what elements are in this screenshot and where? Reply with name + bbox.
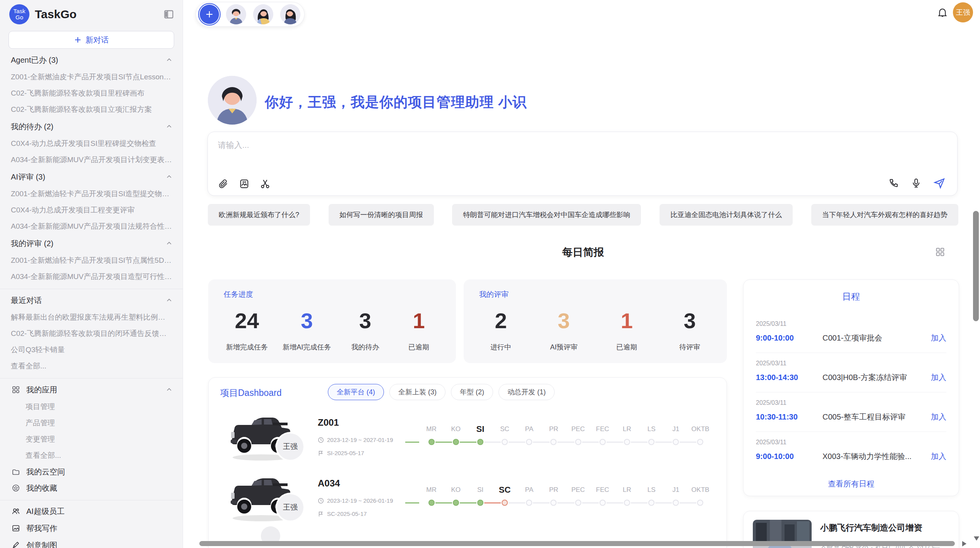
attach-icon[interactable] xyxy=(218,178,229,189)
milestone-label: SI xyxy=(468,483,492,497)
recent-chat-item[interactable]: C02-飞腾新能源轻客改款项目的闭环通告反馈情况 xyxy=(0,325,183,342)
milestone-pa[interactable]: PA xyxy=(517,423,541,450)
project-row[interactable]: 王强 Z001 2023-12-19 ~ 2027-01-19 SI-2025-… xyxy=(209,405,726,466)
milestone-fec[interactable]: FEC xyxy=(590,483,615,510)
milestone-ko[interactable]: KO xyxy=(444,423,468,450)
new-chat-button[interactable]: 新对话 xyxy=(9,31,174,49)
milestone-fec[interactable]: FEC xyxy=(590,423,615,450)
conversation-item[interactable]: A034-全新新能源MUV产品开发项目法规符合性评审 xyxy=(0,218,183,235)
favorites-label: 我的收藏 xyxy=(26,483,173,493)
milestone-si[interactable]: SI xyxy=(468,483,492,510)
tab-new-body[interactable]: 全新上装 (3) xyxy=(389,384,445,400)
milestone-si[interactable]: SI xyxy=(468,423,492,450)
conversation-item[interactable]: Z001-全新燃油轻卡产品开发项目SI造型提交物评审 xyxy=(0,186,183,202)
vertical-scrollbar[interactable] xyxy=(973,211,979,321)
phone-icon[interactable] xyxy=(888,178,899,188)
tab-year-model[interactable]: 年型 (2) xyxy=(451,384,493,400)
sidebar-header: Task Go TaskGo xyxy=(0,0,183,29)
join-link[interactable]: 加入 xyxy=(931,333,946,343)
milestone-ko[interactable]: KO xyxy=(444,483,468,510)
milestone-mr[interactable]: MR xyxy=(419,483,444,510)
section-title: Agent已办 (3) xyxy=(11,55,166,65)
view-all-schedule-link[interactable]: 查看所有日程 xyxy=(744,479,959,489)
recent-chat-item[interactable]: 公司Q3轻卡销量 xyxy=(0,342,183,358)
section-header-recent-chats[interactable]: 最近对话 xyxy=(0,291,183,309)
new-session-button[interactable] xyxy=(200,5,219,24)
image-icon[interactable] xyxy=(239,178,250,189)
briefing-layout-icon[interactable] xyxy=(935,247,945,257)
conversation-item[interactable]: C02-飞腾新能源轻客改款项目立项汇报方案 xyxy=(0,101,183,118)
join-link[interactable]: 加入 xyxy=(931,412,946,422)
sidebar-item-ai-staff[interactable]: AI超级员工 xyxy=(0,503,183,520)
app-item-change-mgmt[interactable]: 变更管理 xyxy=(0,431,183,447)
milestone-j1[interactable]: J1 xyxy=(664,423,688,450)
app-item-project-mgmt[interactable]: 项目管理 xyxy=(0,399,183,415)
join-link[interactable]: 加入 xyxy=(931,451,946,462)
conversation-item[interactable]: C0X4-动力总成开发项目工程变更评审 xyxy=(0,202,183,218)
sidebar-item-creative-draw[interactable]: 创意制图 xyxy=(0,537,183,548)
tab-powertrain[interactable]: 动总开发 (1) xyxy=(499,384,555,400)
chat-input[interactable] xyxy=(218,140,946,167)
suggestion-chip[interactable]: 比亚迪全固态电池计划具体说了什么 xyxy=(660,204,793,226)
mic-icon[interactable] xyxy=(911,178,922,188)
milestone-sc[interactable]: SC xyxy=(493,483,517,510)
notification-bell-icon[interactable] xyxy=(937,7,948,18)
app-item-product-mgmt[interactable]: 产品管理 xyxy=(0,415,183,431)
milestone-ls[interactable]: LS xyxy=(639,423,664,450)
milestone-pa[interactable]: PA xyxy=(517,483,541,510)
section-header-ai-review[interactable]: AI评审 (3) xyxy=(0,168,183,186)
suggestion-chip[interactable]: 欧洲新规最近颁布了什么? xyxy=(208,204,310,226)
conversation-item[interactable]: C02-飞腾新能源轻客改款项目里程碑画布 xyxy=(0,85,183,101)
milestone-pec[interactable]: PEC xyxy=(566,483,590,510)
tab-new-platform[interactable]: 全新平台 (4) xyxy=(328,384,384,400)
app-title: TaskGo xyxy=(35,8,163,21)
milestone-ls[interactable]: LS xyxy=(639,483,664,510)
milestone-j1[interactable]: J1 xyxy=(664,483,688,510)
milestone-oktb[interactable]: OKTB xyxy=(688,483,713,510)
milestone-dot xyxy=(526,439,532,445)
conversation-item[interactable]: Z001-全新燃油轻卡产品开发项目SI节点属性5D文件评审 xyxy=(0,252,183,269)
suggestion-chip[interactable]: 特朗普可能对进口汽车增税会对中国车企造成哪些影响 xyxy=(452,204,641,226)
stat-my-todo: 3 我的待办 xyxy=(346,308,385,352)
suggestion-chip[interactable]: 当下年轻人对汽车外观有怎样的喜好趋势 xyxy=(811,204,958,226)
milestone-track: MRKOSISCPAPRPECFECLRLSJ1OKTB xyxy=(405,423,713,450)
send-icon[interactable] xyxy=(933,177,946,189)
conversation-item[interactable]: C0X4-动力总成开发项目SI里程碑提交物检查 xyxy=(0,135,183,152)
scroll-down-arrow[interactable] xyxy=(974,536,979,541)
user-avatar[interactable]: 王强 xyxy=(953,2,973,22)
recent-view-all[interactable]: 查看全部... xyxy=(0,358,183,374)
sidebar-collapse-icon[interactable] xyxy=(163,9,174,20)
section-header-my-todo[interactable]: 我的待办 (2) xyxy=(0,118,183,135)
milestone-lr[interactable]: LR xyxy=(615,483,639,510)
scissors-icon[interactable] xyxy=(260,178,271,189)
sidebar-item-favorites[interactable]: 我的收藏 xyxy=(0,480,183,496)
milestone-dot xyxy=(550,500,557,506)
sidebar-item-cloud-space[interactable]: 我的云空间 xyxy=(0,464,183,480)
milestone-lr[interactable]: LR xyxy=(615,423,639,450)
agent-avatar[interactable] xyxy=(280,4,300,24)
conversation-item[interactable]: A034-全新新能源MUV产品开发项目造型可行性评审 xyxy=(0,269,183,285)
sidebar-item-help-write[interactable]: 帮我写作 xyxy=(0,520,183,537)
suggestion-chip[interactable]: 如何写一份清晰的项目周报 xyxy=(329,204,434,226)
section-header-my-review[interactable]: 我的评审 (2) xyxy=(0,235,183,252)
apps-view-all[interactable]: 查看全部... xyxy=(0,447,183,464)
conversation-item[interactable]: A034-全新新能源MUV产品开发项目计划变更表编写 xyxy=(0,152,183,168)
scroll-right-arrow[interactable] xyxy=(962,541,966,546)
join-link[interactable]: 加入 xyxy=(931,372,946,383)
milestone-pr[interactable]: PR xyxy=(541,483,566,510)
logo-line1: Task xyxy=(14,8,26,14)
recent-chat-item[interactable]: 解释最新出台的欧盟报废车法规再生塑料比例被调至15%... xyxy=(0,309,183,325)
draw-icon xyxy=(12,541,20,548)
sidebar-item-my-apps[interactable]: 我的应用 xyxy=(0,381,183,399)
milestone-mr[interactable]: MR xyxy=(419,423,444,450)
milestone-pec[interactable]: PEC xyxy=(566,423,590,450)
agent-avatar[interactable] xyxy=(226,4,246,24)
milestone-sc[interactable]: SC xyxy=(493,423,517,450)
milestone-oktb[interactable]: OKTB xyxy=(688,423,713,450)
conversation-item[interactable]: Z001-全新燃油皮卡产品开发项目SI节点Lesson Learn报告 xyxy=(0,69,183,85)
agent-avatar[interactable] xyxy=(253,4,273,24)
project-row[interactable]: 王强 A034 2023-12-19 ~ 2026-01-19 SC-2025-… xyxy=(209,466,726,526)
milestone-pr[interactable]: PR xyxy=(541,423,566,450)
horizontal-scrollbar[interactable] xyxy=(199,541,955,546)
section-header-agent-done[interactable]: Agent已办 (3) xyxy=(0,51,183,69)
